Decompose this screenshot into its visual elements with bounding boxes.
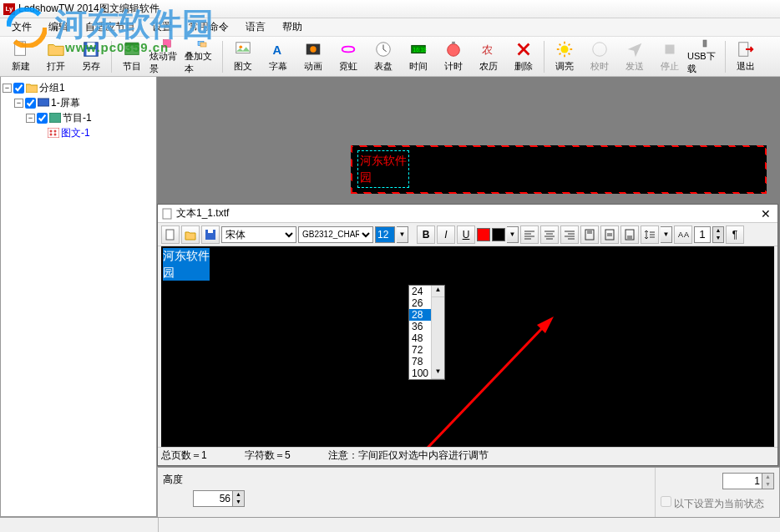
image-text-button[interactable]: 图文 xyxy=(225,38,261,75)
main-toolbar: 新建 打开 另存 节目 炫动背景 叠加文本 图文 A字幕 动画 霓虹 表盘 16… xyxy=(0,37,780,77)
editor-new-button[interactable] xyxy=(161,225,180,244)
tree-collapse-icon[interactable]: − xyxy=(3,84,12,93)
svg-point-32 xyxy=(50,134,53,136)
height-input[interactable] xyxy=(194,491,232,506)
align-top-button[interactable] xyxy=(580,225,599,244)
animation-button[interactable]: 动画 xyxy=(296,38,331,75)
italic-button[interactable]: I xyxy=(437,225,455,244)
clock-dial-button[interactable]: 表盘 xyxy=(366,38,401,75)
menu-language[interactable]: 语言 xyxy=(237,20,274,34)
editor-save-button[interactable] xyxy=(201,225,220,244)
tree-image-text-item[interactable]: 图文-1 xyxy=(3,125,154,140)
subtitle-button[interactable]: A字幕 xyxy=(261,38,296,75)
editor-toolbar: 宋体 GB2312_CHARSET ▼ B I U ▼ ▼ AA ▲▼ ¶ xyxy=(158,223,777,246)
text-color-black[interactable] xyxy=(492,228,505,241)
svg-line-43 xyxy=(355,325,545,447)
svg-point-15 xyxy=(310,46,316,52)
tree-collapse-icon[interactable]: − xyxy=(26,114,35,123)
scroll-up-icon[interactable]: ▲ xyxy=(432,286,444,297)
spin-down-icon[interactable]: ▼ xyxy=(762,481,773,489)
font-size-dropdown-list[interactable]: 24 26 28 36 48 72 78 100 ▲▼ xyxy=(408,285,445,380)
char-spacing-input[interactable] xyxy=(694,226,711,243)
toolbar-separator xyxy=(544,41,544,73)
svg-point-22 xyxy=(560,45,568,53)
usb-download-button[interactable]: USB下载 xyxy=(687,38,722,75)
svg-text:A: A xyxy=(273,43,282,57)
led-region[interactable]: 河东软件 园 xyxy=(351,145,767,194)
font-size-input[interactable] xyxy=(375,226,395,243)
pilcrow-button[interactable]: ¶ xyxy=(726,225,744,244)
svg-rect-8 xyxy=(164,39,171,47)
app-icon: Ly xyxy=(3,3,15,15)
menu-common[interactable]: 常用命令 xyxy=(180,20,237,34)
char-spacing-button[interactable]: AA xyxy=(674,225,692,244)
align-bottom-button[interactable] xyxy=(620,225,639,244)
height-spinner[interactable]: ▲▼ xyxy=(193,490,245,507)
menu-settings[interactable]: 设置 xyxy=(144,20,180,34)
text-color-red[interactable] xyxy=(477,228,490,241)
svg-text:A: A xyxy=(684,231,689,239)
editor-titlebar[interactable]: 文本1_1.txtf ✕ xyxy=(158,205,777,223)
program-button[interactable]: 节目 xyxy=(114,38,149,75)
align-middle-button[interactable] xyxy=(600,225,619,244)
background-button[interactable]: 炫动背景 xyxy=(149,38,185,75)
brightness-button[interactable]: 调亮 xyxy=(547,38,582,75)
tree-checkbox[interactable] xyxy=(25,98,36,109)
statusbar xyxy=(0,517,780,532)
digital-time-button[interactable]: 16:18时间 xyxy=(401,38,436,75)
editor-text-area[interactable]: 河东软件园 24 26 28 36 48 72 78 100 ▲▼ xyxy=(161,246,774,447)
svg-rect-4 xyxy=(87,43,94,48)
delete-button[interactable]: 删除 xyxy=(506,38,541,75)
tree-root-group[interactable]: − 分组1 xyxy=(3,80,154,95)
exit-button[interactable]: 退出 xyxy=(728,38,763,75)
svg-point-12 xyxy=(239,45,242,48)
new-button[interactable]: 新建 xyxy=(3,38,38,75)
editor-title-text: 文本1_1.txtf xyxy=(176,206,229,220)
current-state-checkbox xyxy=(661,496,671,507)
tree-collapse-icon[interactable]: − xyxy=(14,99,23,108)
charset-select[interactable]: GB2312_CHARSET xyxy=(298,226,373,243)
dropdown-scrollbar[interactable]: ▲▼ xyxy=(431,286,444,379)
line-spacing-dropdown[interactable]: ▼ xyxy=(661,226,672,243)
document-icon xyxy=(161,208,173,220)
spin-down-icon[interactable]: ▼ xyxy=(232,499,244,506)
tree-program[interactable]: − 节目-1 xyxy=(3,110,154,125)
menu-edit[interactable]: 编辑 xyxy=(40,20,77,34)
open-button[interactable]: 打开 xyxy=(38,38,73,75)
spin-down-icon[interactable]: ▼ xyxy=(712,235,723,242)
color-dropdown-button[interactable]: ▼ xyxy=(507,226,519,243)
align-left-button[interactable] xyxy=(520,225,539,244)
spin-up-icon[interactable]: ▲ xyxy=(712,227,723,235)
align-center-button[interactable] xyxy=(540,225,559,244)
tree-checkbox[interactable] xyxy=(13,83,24,94)
overlay-text-button[interactable]: 叠加文本 xyxy=(185,38,220,75)
menu-help[interactable]: 帮助 xyxy=(274,20,311,34)
font-size-dropdown-button[interactable]: ▼ xyxy=(397,226,408,243)
window-title-text: LedshowTW 2014图文编辑软件 xyxy=(18,2,160,16)
svg-point-19 xyxy=(448,44,460,57)
align-right-button[interactable] xyxy=(560,225,579,244)
save-as-button[interactable]: 另存 xyxy=(73,38,109,75)
spin-up-icon[interactable]: ▲ xyxy=(232,491,244,499)
send-button: 发送 xyxy=(617,38,652,75)
status-note: 注意：字间距仅对选中内容进行调节 xyxy=(328,448,489,463)
line-spacing-button[interactable] xyxy=(641,225,659,244)
tree-screen[interactable]: − 1-屏幕 xyxy=(3,95,154,110)
bold-button[interactable]: B xyxy=(417,225,435,244)
right-spinner[interactable]: ▲▼ xyxy=(722,473,774,489)
scroll-down-icon[interactable]: ▼ xyxy=(432,367,444,379)
tree-label: 1-屏幕 xyxy=(51,96,80,110)
tree-checkbox[interactable] xyxy=(37,113,48,124)
screen-icon xyxy=(38,98,49,108)
neon-button[interactable]: 霓虹 xyxy=(331,38,366,75)
lunar-button[interactable]: 农农历 xyxy=(471,38,506,75)
spin-up-icon[interactable]: ▲ xyxy=(762,474,773,481)
svg-rect-34 xyxy=(163,209,171,219)
underline-button[interactable]: U xyxy=(457,225,475,244)
editor-close-button[interactable]: ✕ xyxy=(757,207,774,220)
editor-open-button[interactable] xyxy=(181,225,200,244)
font-family-select[interactable]: 宋体 xyxy=(221,226,296,243)
stopwatch-button[interactable]: 计时 xyxy=(436,38,471,75)
menu-file[interactable]: 文件 xyxy=(3,20,40,34)
menu-adaptive[interactable]: 自适应节目 xyxy=(77,20,144,34)
